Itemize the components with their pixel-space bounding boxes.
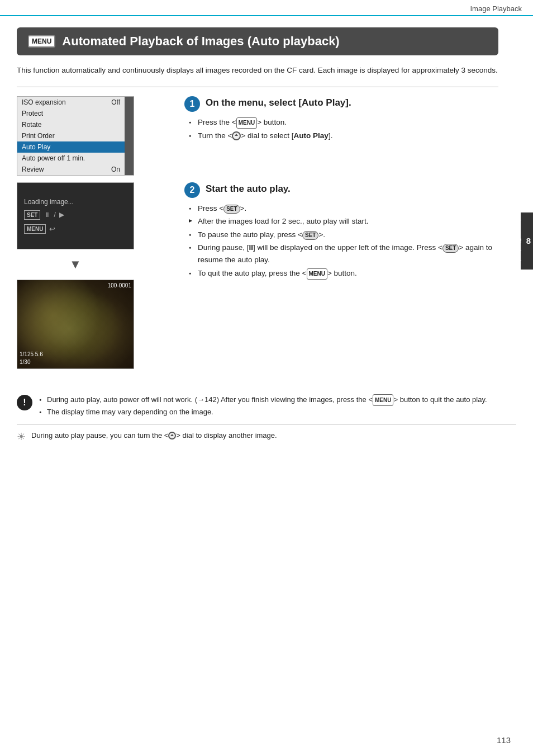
menu-item-label: Protect	[17, 108, 103, 119]
step2-number-row: 2 Start the auto play.	[184, 182, 498, 198]
divider-top	[17, 87, 498, 87]
menu-row: ISO expansionOff	[17, 97, 134, 108]
slash-icon: /	[54, 211, 55, 219]
step2-bullet-5: To quit the auto play, press the <MENU> …	[189, 267, 498, 280]
header-bar: Image Playback	[0, 0, 533, 16]
menu-row: Print Order	[17, 130, 134, 141]
photo-overlay-bottom: 1/125 5.6 1/30	[20, 351, 43, 366]
menu-item-value	[103, 141, 125, 153]
menu-item-label: ISO expansion	[17, 97, 103, 108]
menu-row: Rotate	[17, 119, 134, 130]
menu-row: ReviewOn	[17, 164, 134, 175]
tip-text: During auto play pause, you can turn the…	[31, 430, 277, 442]
menu-btn: MENU	[24, 224, 46, 234]
menu-badge: MENU	[28, 35, 55, 48]
menu-screenshot: ISO expansionOffProtectRotatePrint Order…	[17, 96, 134, 176]
step2-bullet-1: Press <SET>.	[189, 202, 498, 215]
note-1: During auto play, auto power off will no…	[39, 394, 487, 406]
menu-row: Auto Play	[17, 141, 134, 153]
menu-item-label: Print Order	[17, 130, 103, 141]
menu-item-label: Rotate	[17, 119, 103, 130]
divider-bottom	[17, 424, 516, 424]
menu-sidebar	[125, 97, 134, 108]
dial-icon-tip	[168, 432, 176, 440]
loading-text: Loading image...	[24, 198, 74, 206]
menu-back-row: MENU ↩	[24, 224, 55, 234]
menu-item-value	[103, 130, 125, 141]
set-badge-2: SET	[302, 231, 318, 240]
loading-screen: Loading image... SET ⏸ / ▶ MENU ↩	[17, 182, 134, 249]
page-title: Automated Playback of Images (Auto playb…	[62, 34, 339, 49]
dial-icon-1	[232, 131, 241, 140]
step2-bullet-2: After the images load for 2 sec., auto p…	[189, 215, 498, 228]
step1-right-col: 1 On the menu, select [Auto Play]. Press…	[173, 96, 498, 176]
photo-iso: 1/30	[20, 358, 43, 366]
set-button: SET	[24, 210, 40, 220]
menu-sidebar	[125, 141, 134, 153]
step2-title: Start the auto play.	[206, 182, 291, 195]
step2-circle: 2	[184, 182, 200, 198]
step2-right-col: 2 Start the auto play. Press <SET>. Afte…	[173, 182, 498, 369]
menu-item-value: On	[103, 164, 125, 175]
step1-bullet-1: Press the <MENU> button.	[189, 116, 498, 129]
photo-thumbnail: 100-0001 1/125 5.6 1/30	[17, 280, 134, 369]
tip-icon: ☀	[17, 431, 26, 443]
pause-icon: ⏸	[44, 211, 50, 219]
menu-row: Protect	[17, 108, 134, 119]
note-2: The display time may vary depending on t…	[39, 406, 487, 418]
menu-item-value	[103, 108, 125, 119]
step1-left-col: ISO expansionOffProtectRotatePrint Order…	[17, 96, 173, 176]
step1-title: On the menu, select [Auto Play].	[206, 96, 351, 108]
main-content: MENU Automated Playback of Images (Auto …	[0, 16, 521, 380]
menu-row: Auto power off 1 min.	[17, 153, 134, 164]
tab-number: 8	[526, 235, 531, 247]
menu-item-label: Auto power off 1 min.	[17, 153, 103, 164]
tip-section: ☀ During auto play pause, you can turn t…	[17, 430, 516, 443]
photo-shutter-aperture: 1/125 5.6	[20, 351, 43, 358]
note-icon: !	[17, 395, 32, 410]
menu-sidebar	[125, 108, 134, 119]
loading-controls: SET ⏸ / ▶	[24, 210, 64, 220]
step2-left-col: Loading image... SET ⏸ / ▶ MENU ↩ ▼ 100-…	[17, 182, 173, 369]
step1-bullets: Press the <MENU> button. Turn the <> dia…	[184, 116, 498, 142]
menu-item-value	[103, 119, 125, 130]
play-icon: ▶	[59, 211, 64, 219]
menu-item-value: Off	[103, 97, 125, 108]
step2-area: Loading image... SET ⏸ / ▶ MENU ↩ ▼ 100-…	[17, 182, 498, 369]
intro-paragraph: This function automatically and continuo…	[17, 64, 498, 77]
side-tab: 8 Image Playback	[521, 212, 533, 270]
tab-label: Image Playback	[515, 219, 522, 263]
menu-sidebar	[125, 119, 134, 130]
menu-badge-inline: MENU	[307, 268, 327, 280]
step2-bullet-3: To pause the auto play, press <SET>.	[189, 229, 498, 241]
menu-item-value	[103, 153, 125, 164]
menu-item-label: Review	[17, 164, 103, 175]
step2-bullet-4: During pause, [II] will be displayed on …	[189, 242, 498, 266]
back-arrow: ↩	[49, 225, 55, 233]
menu-sidebar	[125, 164, 134, 175]
set-badge-3: SET	[442, 244, 459, 253]
photo-overlay-top: 100-0001	[108, 282, 131, 289]
step2-block: 2 Start the auto play. Press <SET>. Afte…	[184, 182, 498, 280]
step1-circle: 1	[184, 96, 200, 112]
down-arrow: ▼	[17, 257, 134, 272]
set-badge-1: SET	[223, 205, 240, 214]
step1-area: ISO expansionOffProtectRotatePrint Order…	[17, 96, 498, 176]
step1-bullet-2: Turn the <> dial to select [Auto Play].	[189, 130, 498, 142]
note-bullets: During auto play, auto power off will no…	[39, 394, 487, 418]
menu-sidebar	[125, 153, 134, 164]
menu-item-label: Auto Play	[17, 141, 103, 153]
menu-sidebar	[125, 130, 134, 141]
step1-number-row: 1 On the menu, select [Auto Play].	[184, 96, 498, 112]
menu-note-badge: MENU	[373, 394, 393, 406]
page-number: 113	[497, 735, 511, 745]
step1-block: 1 On the menu, select [Auto Play]. Press…	[184, 96, 498, 142]
notes-section: ! During auto play, auto power off will …	[17, 394, 516, 418]
step2-bullets: Press <SET>. After the images load for 2…	[184, 202, 498, 280]
section-label: Image Playback	[470, 4, 522, 13]
title-box: MENU Automated Playback of Images (Auto …	[17, 27, 498, 55]
